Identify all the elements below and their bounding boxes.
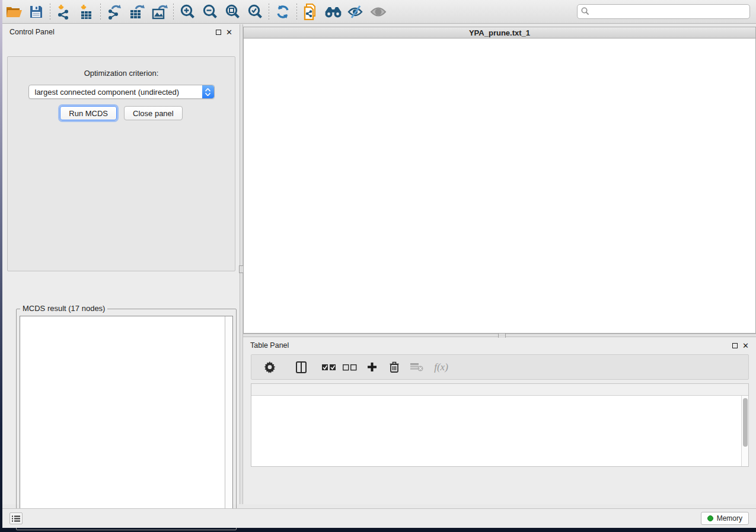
function-builder-icon: f(x) — [428, 357, 454, 378]
list-icon — [12, 515, 20, 522]
open-file-icon[interactable] — [2, 2, 25, 22]
table-scrollbar[interactable] — [741, 396, 748, 466]
add-column-icon[interactable] — [361, 357, 383, 378]
horizontal-splitter[interactable] — [243, 334, 756, 337]
show-all-icon[interactable] — [367, 2, 390, 22]
select-all-rows-icon[interactable] — [319, 357, 339, 378]
close-panel-icon[interactable]: ✕ — [226, 28, 232, 36]
mcds-result-box: MCDS result (17 nodes) — [16, 309, 237, 530]
table-panel: Table Panel ✕ — [243, 338, 756, 504]
application-window: Control Panel ✕ Optimization criterion: … — [2, 0, 756, 528]
memory-label: Memory — [717, 514, 742, 523]
toolbar-separator — [50, 4, 50, 20]
select-stepper-icon — [202, 85, 214, 98]
import-table-icon[interactable] — [75, 2, 98, 22]
zoom-fit-icon[interactable] — [221, 2, 244, 22]
show-columns-icon[interactable] — [283, 357, 319, 378]
export-network-icon[interactable] — [103, 2, 126, 22]
node-table — [251, 383, 749, 467]
main-toolbar — [2, 0, 756, 24]
zoom-out-icon[interactable] — [199, 2, 221, 22]
toolbar-separator — [100, 4, 101, 20]
zoom-selected-icon[interactable] — [244, 2, 266, 22]
table-panel-header: Table Panel ✕ — [243, 338, 756, 353]
toolbar-separator — [296, 4, 297, 20]
float-panel-icon[interactable] — [732, 343, 738, 348]
mcds-result-list[interactable] — [20, 316, 233, 527]
control-panel: Control Panel ✕ Optimization criterion: … — [2, 24, 240, 504]
mcds-tab-content: Optimization criterion: largest connecte… — [7, 56, 235, 271]
status-bar: Memory — [2, 508, 756, 528]
network-window-titlebar[interactable]: YPA_prune.txt_1 — [244, 27, 755, 39]
mcds-list-scrollbar[interactable] — [225, 316, 232, 526]
delete-columns-icon[interactable] — [383, 357, 406, 378]
network-canvas[interactable] — [244, 39, 755, 333]
table-header-row — [251, 384, 748, 396]
table-panel-title: Table Panel — [250, 341, 289, 350]
search-field-wrap — [577, 4, 750, 19]
close-panel-button[interactable]: Close panel — [124, 106, 183, 120]
first-neighbors-icon[interactable] — [322, 2, 344, 22]
network-view-window: YPA_prune.txt_1 — [243, 27, 756, 334]
run-mcds-button[interactable]: Run MCDS — [60, 106, 117, 120]
optimization-criterion-select[interactable]: largest connected component (undirected) — [28, 85, 215, 99]
save-session-icon[interactable] — [25, 2, 47, 22]
control-panel-header: Control Panel ✕ — [2, 24, 240, 40]
refresh-icon[interactable] — [272, 2, 294, 22]
network-graph[interactable] — [244, 39, 755, 333]
control-panel-title: Control Panel — [9, 28, 55, 36]
float-panel-icon[interactable] — [216, 30, 221, 35]
fx-label: f(x) — [434, 361, 448, 373]
mcds-result-title: MCDS result (17 nodes) — [20, 304, 107, 313]
memory-status-icon — [707, 515, 713, 521]
export-table-icon[interactable] — [126, 2, 148, 22]
import-network-icon[interactable] — [53, 2, 75, 22]
table-scrollbar-thumb[interactable] — [743, 398, 748, 447]
delete-table-icon[interactable] — [406, 357, 428, 378]
optimization-criterion-value: largest connected component (undirected) — [35, 88, 180, 97]
new-network-from-selection-icon[interactable] — [299, 2, 322, 22]
task-history-button[interactable] — [9, 512, 23, 524]
search-icon — [581, 7, 589, 15]
close-panel-icon[interactable]: ✕ — [742, 342, 749, 350]
zoom-in-icon[interactable] — [176, 2, 199, 22]
network-window-title: YPA_prune.txt_1 — [244, 28, 755, 37]
table-toolbar: f(x) — [251, 354, 749, 380]
hide-selected-icon[interactable] — [344, 2, 367, 22]
optimization-criterion-label: Optimization criterion: — [8, 69, 235, 78]
memory-button[interactable]: Memory — [701, 512, 749, 525]
deselect-all-rows-icon[interactable] — [339, 357, 361, 378]
search-input[interactable] — [577, 4, 750, 19]
export-image-icon[interactable] — [148, 2, 171, 22]
toolbar-separator — [173, 4, 174, 20]
toolbar-separator — [269, 4, 269, 20]
table-options-gear-icon[interactable] — [256, 357, 283, 378]
